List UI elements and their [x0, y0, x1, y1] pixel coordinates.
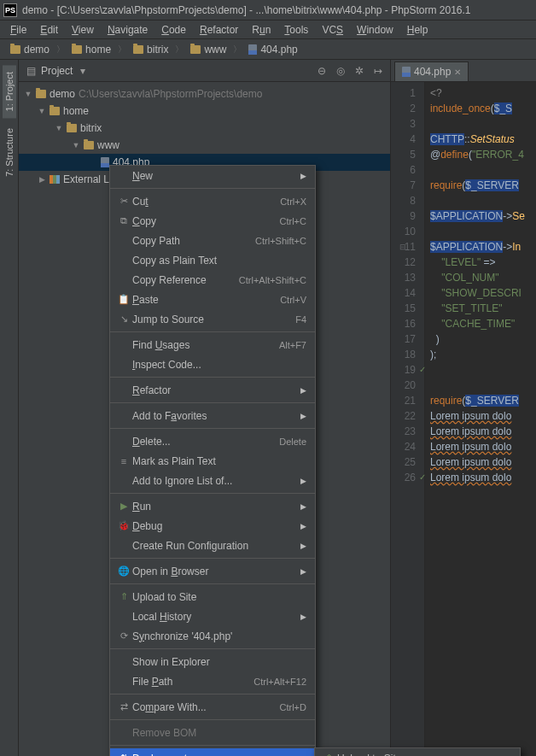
sub-upload[interactable]: ⇑Upload to Site: [315, 748, 520, 756]
text-icon: ≡: [115, 456, 132, 466]
editor-tabs: 404.php ✕: [391, 60, 536, 82]
upload-icon: ⇑: [320, 753, 337, 756]
ctx-local-history[interactable]: Local History▶: [110, 607, 315, 626]
ctx-run[interactable]: ▶Run▶: [110, 496, 315, 516]
sync-icon: ⟳: [115, 630, 132, 642]
menu-view[interactable]: View: [67, 22, 99, 38]
ctx-remove-bom: Remove BOM: [110, 723, 315, 742]
menu-edit[interactable]: Edit: [35, 22, 63, 38]
ctx-upload[interactable]: ⇑Upload to Site: [110, 587, 315, 607]
file-icon: [402, 67, 411, 77]
tree-root[interactable]: ▼demoC:\Users\zavvla\PhpstormProjects\de…: [19, 85, 390, 103]
ctx-find-usages[interactable]: Find UsagesAlt+F7: [110, 335, 315, 355]
ctx-show-explorer[interactable]: Show in Explorer: [110, 652, 315, 671]
ctx-inspect[interactable]: Inspect Code...: [110, 355, 315, 374]
folder-icon: [84, 141, 94, 149]
cut-icon: ✂: [115, 196, 132, 207]
ctx-create-run-config[interactable]: Create Run Configuration▶: [110, 536, 315, 555]
ctx-compare-with[interactable]: ⇄Compare With...Ctrl+D: [110, 697, 315, 717]
editor-tab-404[interactable]: 404.php ✕: [394, 62, 469, 81]
file-icon: [101, 157, 109, 167]
app-icon: PS: [3, 3, 17, 17]
crumb-sep: 〉: [56, 44, 65, 56]
ctx-refactor[interactable]: Refactor▶: [110, 380, 315, 400]
crumb-home[interactable]: home: [67, 42, 116, 57]
target-icon[interactable]: ◎: [334, 64, 347, 78]
submenu-deployment[interactable]: ⇑Upload to Site ⇓Download from Site ⇄Com…: [314, 747, 521, 756]
ctx-copy-ref[interactable]: Copy ReferenceCtrl+Alt+Shift+C: [110, 270, 315, 290]
crumb-sep: 〉: [233, 44, 242, 56]
deployment-icon: ⇅: [115, 753, 132, 756]
upload-icon: ⇑: [115, 591, 132, 602]
panel-icon: ▤: [24, 64, 38, 78]
crumb-sep: 〉: [118, 44, 126, 56]
ctx-file-path[interactable]: File PathCtrl+Alt+F12: [110, 671, 315, 691]
ctx-add-favorites[interactable]: Add to Favorites▶: [110, 406, 315, 425]
menu-file[interactable]: File: [5, 22, 32, 38]
side-tab-project[interactable]: 1: Project: [3, 65, 16, 118]
gutter: 1 2 3 4 5 6 7 8 9 10 ⊟11 12 13 14 15 16 …: [391, 82, 425, 756]
gear-icon[interactable]: ✲: [352, 64, 366, 78]
folder-icon: [67, 124, 77, 132]
folder-icon: [190, 45, 201, 54]
ctx-mark-plain[interactable]: ≡Mark as Plain Text: [110, 451, 315, 471]
menu-refactor[interactable]: Refactor: [195, 22, 243, 38]
copy-icon: ⧉: [115, 215, 132, 226]
ctx-copy-plain[interactable]: Copy as Plain Text: [110, 250, 315, 270]
title-bar: PS demo - [C:\Users\zavvla\PhpstormProje…: [0, 0, 536, 21]
crumb-www[interactable]: www: [185, 42, 231, 57]
ctx-add-ignore[interactable]: Add to Ignore List of...▶: [110, 471, 315, 490]
ctx-new[interactable]: New▶: [110, 166, 315, 185]
ctx-open-browser[interactable]: 🌐Open in Browser▶: [110, 561, 315, 581]
jump-icon: ↘: [115, 314, 132, 325]
hide-icon[interactable]: ↦: [371, 64, 385, 78]
tab-label: 404.php: [414, 66, 451, 78]
project-title: Project: [41, 65, 73, 77]
editor-area: 404.php ✕ 1 2 3 4 5 6 7 8 9 10 ⊟11 12 13…: [391, 60, 536, 756]
menu-bar[interactable]: File Edit View Navigate Code Refactor Ru…: [0, 21, 536, 39]
dropdown-icon[interactable]: ▾: [76, 64, 90, 78]
menu-tools[interactable]: Tools: [279, 22, 313, 38]
ctx-jump-source[interactable]: ↘Jump to SourceF4: [110, 309, 315, 329]
crumb-sep: 〉: [175, 44, 184, 56]
menu-code[interactable]: Code: [156, 22, 191, 38]
collapse-icon[interactable]: ⊖: [315, 64, 329, 78]
side-tab-structure[interactable]: 7: Structure: [3, 121, 16, 184]
ctx-synchronize[interactable]: ⟳Synchronize '404.php': [110, 626, 315, 646]
ctx-paste[interactable]: 📋PasteCtrl+V: [110, 290, 315, 309]
tree-www[interactable]: ▼www: [19, 137, 390, 154]
menu-run[interactable]: Run: [247, 22, 276, 38]
close-icon[interactable]: ✕: [454, 67, 461, 77]
debug-icon: 🐞: [115, 520, 132, 531]
tree-home[interactable]: ▼home: [19, 103, 390, 120]
menu-vcs[interactable]: VCS: [317, 22, 348, 38]
crumb-file[interactable]: 404.php: [243, 42, 302, 57]
paste-icon: 📋: [115, 294, 132, 305]
ctx-debug[interactable]: 🐞Debug▶: [110, 516, 315, 536]
menu-help[interactable]: Help: [402, 22, 434, 38]
tool-window-strip: 1: Project 7: Structure: [0, 60, 19, 756]
tree-bitrix[interactable]: ▼bitrix: [19, 120, 390, 137]
ctx-delete[interactable]: Delete...Delete: [110, 431, 315, 451]
window-title: demo - [C:\Users\zavvla\PhpstormProjects…: [22, 4, 471, 16]
ctx-copy-path[interactable]: Copy PathCtrl+Shift+C: [110, 231, 315, 250]
folder-icon: [36, 90, 46, 98]
run-icon: ▶: [115, 501, 132, 512]
menu-navigate[interactable]: Navigate: [102, 22, 153, 38]
library-icon: [50, 175, 60, 184]
globe-icon: 🌐: [115, 566, 132, 577]
ctx-cut[interactable]: ✂CutCtrl+X: [110, 191, 315, 211]
code-area[interactable]: <?include_once($_S CHTTP::SetStatus@defi…: [425, 82, 525, 756]
breadcrumb-bar: demo〉 home〉 bitrix〉 www〉 404.php: [0, 39, 536, 60]
context-menu[interactable]: New▶ ✂CutCtrl+X ⧉CopyCtrl+C Copy PathCtr…: [109, 165, 316, 756]
ctx-copy[interactable]: ⧉CopyCtrl+C: [110, 211, 315, 231]
compare-icon: ⇄: [115, 701, 132, 712]
crumb-bitrix[interactable]: bitrix: [128, 42, 173, 57]
folder-icon: [133, 45, 143, 54]
menu-window[interactable]: Window: [352, 22, 399, 38]
crumb-demo[interactable]: demo: [5, 42, 55, 57]
project-header: ▤ Project ▾ ⊖ ◎ ✲ ↦: [19, 60, 390, 82]
ctx-deployment[interactable]: ⇅Deployment▶ ⇑Upload to Site ⇓Download f…: [110, 748, 315, 756]
editor-body[interactable]: 1 2 3 4 5 6 7 8 9 10 ⊟11 12 13 14 15 16 …: [391, 82, 536, 756]
file-icon: [248, 44, 257, 55]
